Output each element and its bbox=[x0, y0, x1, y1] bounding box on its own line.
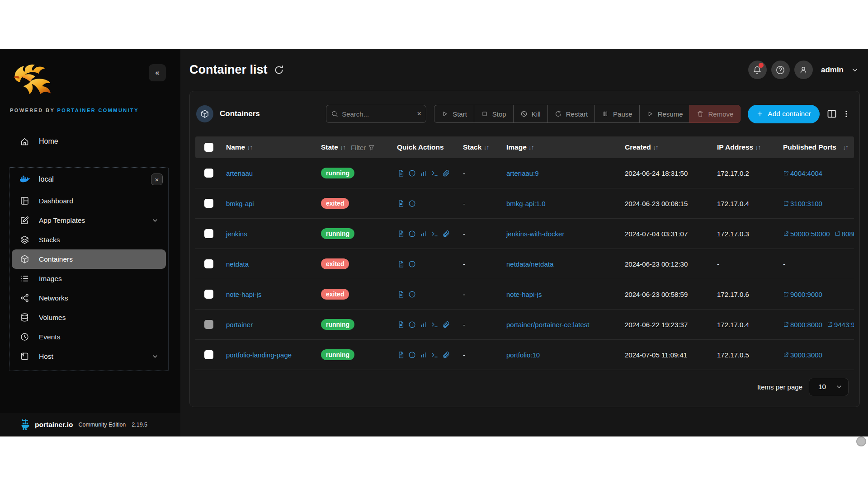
sidebar-item-host[interactable]: Host bbox=[12, 347, 166, 366]
column-label-image[interactable]: Image bbox=[506, 143, 527, 151]
inspect-icon[interactable] bbox=[408, 200, 416, 207]
logs-icon[interactable] bbox=[397, 351, 405, 359]
sidebar-item-home[interactable]: Home bbox=[0, 131, 180, 152]
search-clear-button[interactable]: × bbox=[417, 109, 421, 118]
add-container-button[interactable]: Add container bbox=[748, 105, 820, 123]
sidebar-item-networks[interactable]: Networks bbox=[12, 288, 166, 308]
container-name-link[interactable]: jenkins bbox=[226, 230, 247, 238]
inspect-icon[interactable] bbox=[408, 351, 416, 359]
sort-arrows-icon[interactable]: ↓↑ bbox=[755, 144, 760, 151]
logs-icon[interactable] bbox=[397, 321, 405, 328]
published-port-link[interactable]: 9443:9443 bbox=[827, 321, 854, 328]
image-link[interactable]: portfolio:10 bbox=[506, 351, 540, 359]
items-per-page-select[interactable]: 10 bbox=[809, 378, 849, 396]
column-label-created[interactable]: Created bbox=[625, 143, 651, 151]
sidebar-item-volumes[interactable]: Volumes bbox=[12, 308, 166, 327]
search-input[interactable] bbox=[342, 110, 413, 118]
refresh-icon[interactable] bbox=[274, 65, 284, 75]
container-name-link[interactable]: netdata bbox=[226, 260, 249, 268]
console-icon[interactable] bbox=[431, 169, 439, 177]
inspect-icon[interactable] bbox=[408, 260, 416, 268]
column-label-ip[interactable]: IP Address bbox=[717, 143, 753, 151]
kill-button[interactable]: Kill bbox=[513, 105, 548, 123]
inspect-icon[interactable] bbox=[408, 291, 416, 298]
image-link[interactable]: jenkins-with-docker bbox=[506, 230, 564, 238]
published-port-link[interactable]: 4004:4004 bbox=[783, 169, 822, 177]
resume-button[interactable]: Resume bbox=[639, 105, 690, 123]
stats-icon[interactable] bbox=[420, 230, 427, 238]
user-button[interactable] bbox=[794, 61, 813, 79]
chevron-down-icon[interactable] bbox=[851, 66, 859, 74]
logs-icon[interactable] bbox=[397, 169, 405, 177]
column-label-state[interactable]: State bbox=[321, 143, 338, 151]
stats-icon[interactable] bbox=[420, 169, 427, 177]
sidebar-item-stacks[interactable]: Stacks bbox=[12, 230, 166, 249]
column-label-ports[interactable]: Published Ports bbox=[783, 143, 836, 151]
image-link[interactable]: netdata/netdata bbox=[506, 260, 553, 268]
attach-icon[interactable] bbox=[442, 351, 450, 359]
column-label-stack[interactable]: Stack bbox=[463, 143, 481, 151]
row-checkbox[interactable] bbox=[204, 169, 213, 178]
notifications-button[interactable] bbox=[748, 61, 767, 79]
image-link[interactable]: portainer/portainer-ce:latest bbox=[506, 321, 589, 328]
sidebar-item-events[interactable]: Events bbox=[12, 327, 166, 347]
select-all-checkbox[interactable] bbox=[204, 143, 213, 152]
user-menu[interactable]: admin bbox=[821, 66, 844, 75]
published-port-link[interactable]: 8080:8080 bbox=[835, 230, 854, 238]
console-icon[interactable] bbox=[431, 351, 439, 359]
sidebar-item-dashboard[interactable]: Dashboard bbox=[12, 191, 166, 211]
attach-icon[interactable] bbox=[442, 169, 450, 177]
logs-icon[interactable] bbox=[397, 291, 405, 298]
sidebar-item-containers[interactable]: Containers bbox=[12, 249, 166, 269]
sort-arrows-icon[interactable]: ↓↑ bbox=[653, 144, 658, 151]
kebab-menu-button[interactable] bbox=[840, 107, 853, 121]
row-checkbox[interactable] bbox=[204, 290, 213, 299]
image-link[interactable]: bmkg-api:1.0 bbox=[506, 200, 546, 207]
published-port-link[interactable]: 3000:3000 bbox=[783, 351, 822, 359]
attach-icon[interactable] bbox=[442, 321, 450, 328]
inspect-icon[interactable] bbox=[408, 321, 416, 328]
sort-arrows-icon[interactable]: ↓↑ bbox=[340, 144, 345, 151]
published-port-link[interactable]: 3100:3100 bbox=[783, 200, 822, 207]
container-name-link[interactable]: bmkg-api bbox=[226, 200, 254, 207]
restart-button[interactable]: Restart bbox=[547, 105, 595, 123]
row-checkbox[interactable] bbox=[204, 229, 213, 238]
sort-arrows-icon[interactable]: ↓↑ bbox=[483, 144, 489, 151]
logs-icon[interactable] bbox=[397, 260, 405, 268]
logs-icon[interactable] bbox=[397, 230, 405, 238]
stats-icon[interactable] bbox=[420, 321, 427, 328]
columns-toggle-button[interactable] bbox=[825, 107, 839, 121]
row-checkbox[interactable] bbox=[204, 350, 213, 359]
console-icon[interactable] bbox=[431, 230, 439, 238]
container-name-link[interactable]: portfolio-landing-page bbox=[226, 351, 292, 359]
sort-arrows-icon[interactable]: ↓↑ bbox=[247, 144, 252, 151]
row-checkbox[interactable] bbox=[204, 259, 213, 268]
state-filter-button[interactable]: Filter bbox=[351, 144, 375, 151]
stats-icon[interactable] bbox=[420, 351, 427, 359]
inspect-icon[interactable] bbox=[408, 230, 416, 238]
pause-button[interactable]: Pause bbox=[594, 105, 640, 123]
sort-arrows-icon[interactable]: ↓↑ bbox=[843, 144, 848, 151]
container-name-link[interactable]: arteriaau bbox=[226, 169, 253, 177]
console-icon[interactable] bbox=[431, 321, 439, 328]
image-link[interactable]: arteriaau:9 bbox=[506, 169, 539, 177]
published-port-link[interactable]: 8000:8000 bbox=[783, 321, 822, 328]
row-checkbox[interactable] bbox=[204, 320, 213, 329]
published-port-link[interactable]: 50000:50000 bbox=[783, 230, 830, 238]
image-link[interactable]: note-hapi-js bbox=[506, 291, 542, 298]
remove-button[interactable]: Remove bbox=[689, 105, 741, 123]
logs-icon[interactable] bbox=[397, 200, 405, 207]
attach-icon[interactable] bbox=[442, 230, 450, 238]
environment-close-button[interactable]: × bbox=[151, 174, 163, 185]
sidebar-collapse-button[interactable]: « bbox=[149, 64, 166, 81]
sidebar-item-images[interactable]: Images bbox=[12, 269, 166, 288]
help-button[interactable] bbox=[771, 61, 790, 79]
portainer-community-link[interactable]: PORTAINER COMMUNITY bbox=[57, 108, 138, 113]
stop-button[interactable]: Stop bbox=[474, 105, 514, 123]
published-port-link[interactable]: 9000:9000 bbox=[783, 291, 822, 298]
container-name-link[interactable]: portainer bbox=[226, 321, 253, 328]
column-label-name[interactable]: Name bbox=[226, 143, 245, 151]
inspect-icon[interactable] bbox=[408, 169, 416, 177]
environment-header[interactable]: local × bbox=[9, 168, 168, 191]
sidebar-item-app-templates[interactable]: App Templates bbox=[12, 211, 166, 230]
